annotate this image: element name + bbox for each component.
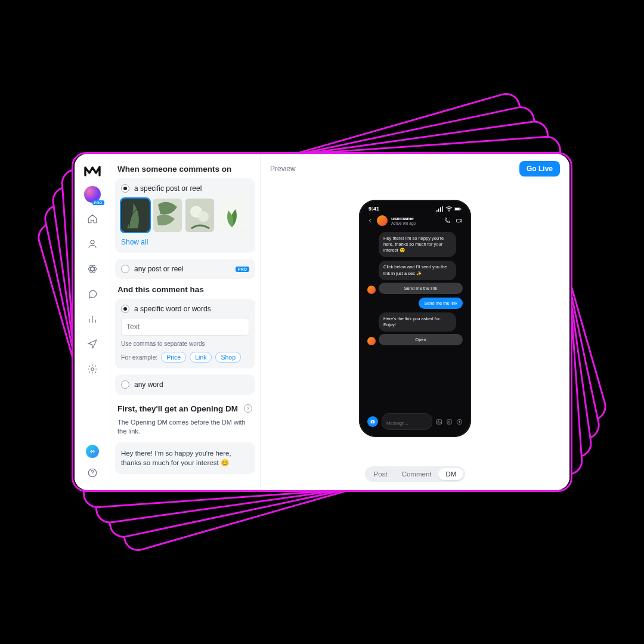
sticker-icon[interactable] [446,419,453,425]
nav-settings[interactable] [87,364,98,377]
condition-anyword-block: any word [115,374,255,395]
help-tooltip-icon[interactable]: ? [244,404,252,413]
phone-time: 9:41 [369,206,379,212]
trigger-any-block: any post or reel PRO [115,259,255,279]
radio-off-icon [121,380,129,389]
svg-rect-18 [455,208,460,210]
camera-icon [370,419,376,425]
bars-icon [87,314,98,324]
keywords-hint: Use commas to separate words [121,340,249,347]
plant-thumbnail-icon [218,199,246,232]
camera-button[interactable] [367,416,378,427]
quick-reply-button[interactable]: Send me the link [379,283,463,294]
incoming-message: Hey there! I'm so happy you're here, tha… [379,232,456,257]
svg-rect-13 [438,208,439,211]
svg-rect-15 [442,206,443,212]
opening-dm-text[interactable]: Hey there! I'm so happy you're here, tha… [115,442,255,474]
chat-username: username [391,216,416,221]
plant-thumbnail-icon [121,199,150,232]
svg-point-25 [448,421,449,422]
post-thumb-1[interactable] [121,199,150,232]
plus-icon[interactable] [456,419,463,425]
option-any-word[interactable]: any word [121,380,249,389]
option-specific-words[interactable]: a specific word or words [121,305,249,313]
post-thumb-3[interactable] [185,199,214,232]
post-thumb-2[interactable] [153,199,182,232]
radio-on-icon [121,184,129,193]
wifi-icon [445,206,453,212]
sparkle-icon [89,448,96,455]
option-words-label: a specific word or words [134,305,211,313]
chevron-left-icon [367,218,373,224]
chat-status: Active 9m ago [391,221,416,225]
nav-broadcast[interactable] [87,339,98,352]
svg-rect-22 [436,419,441,423]
help-icon [87,467,98,478]
phone-statusbar: 9:41 [363,205,467,212]
nav-contacts[interactable] [87,239,98,252]
go-live-button[interactable]: Go Live [519,161,560,177]
send-icon [87,339,98,349]
radio-on-icon [121,305,129,313]
incoming-message: Click below and I'll send you the link i… [379,261,456,280]
incoming-message: Here's the link you asked for. Enjoy! [379,312,456,332]
account-avatar[interactable]: PRO [84,186,101,203]
outgoing-message: Send me the link [419,298,463,309]
open-link-button[interactable]: Open [379,334,463,345]
condition-heading: And this comment has [117,285,253,294]
svg-point-1 [88,267,97,271]
call-icon[interactable] [444,217,451,224]
editor-panel: When someone comments on a specific post… [110,154,261,490]
phone-preview: 9:41 username Active 9m ago [359,200,471,437]
option-specific-post[interactable]: a specific post or reel [121,184,249,193]
example-tag-link[interactable]: Link [190,352,212,363]
atom-icon [87,264,98,274]
opening-dm-heading: First, they'll get an Opening DM [117,404,238,413]
tab-dm[interactable]: DM [438,468,463,480]
option-any-label: any post or reel [134,265,184,273]
chat-header: username Active 9m ago [363,212,467,230]
svg-point-0 [91,240,94,244]
svg-point-21 [372,421,374,423]
example-tag-price[interactable]: Price [161,352,186,363]
plant-thumbnail-icon [153,199,182,232]
svg-rect-24 [447,419,451,423]
svg-point-16 [448,210,450,212]
condition-words-block: a specific word or words Use commas to s… [115,299,255,369]
nav-analytics[interactable] [87,314,98,327]
back-button[interactable] [367,215,373,226]
tab-comment[interactable]: Comment [395,468,439,480]
preview-tabs: Post Comment DM [365,466,466,482]
nav-help[interactable] [87,467,98,481]
nav-home[interactable] [87,213,98,227]
option-anyword-label: any word [134,380,163,389]
compose-input[interactable]: Message... [382,413,432,430]
preview-panel: Preview Go Live 9:41 username [261,154,569,490]
show-all-link[interactable]: Show all [121,238,148,246]
mini-avatar-icon [367,286,376,294]
compose-placeholder: Message... [386,420,408,426]
pro-chip: PRO [236,267,249,272]
chat-icon [87,289,98,299]
nav-live-chat[interactable] [87,289,98,302]
example-prefix: For example: [121,354,157,361]
person-icon [87,239,98,249]
pro-badge: PRO [92,200,104,205]
signal-icon [436,206,444,212]
preview-label: Preview [270,165,296,173]
image-icon[interactable] [436,419,442,425]
post-thumb-4[interactable] [218,199,246,232]
example-tag-shop[interactable]: Shop [215,352,241,363]
svg-rect-19 [460,208,461,209]
nav-automation[interactable] [87,264,98,277]
keywords-input[interactable] [121,318,249,336]
message-composer: Message... [363,410,467,434]
svg-point-26 [450,421,450,422]
nav-ai-assistant[interactable] [86,445,99,458]
option-specific-label: a specific post or reel [134,184,202,193]
video-icon[interactable] [456,217,463,224]
svg-point-10 [198,211,209,222]
opening-dm-sub: The Opening DM comes before the DM with … [117,418,253,436]
tab-post[interactable]: Post [367,468,395,480]
option-any-post[interactable]: any post or reel PRO [121,265,249,273]
